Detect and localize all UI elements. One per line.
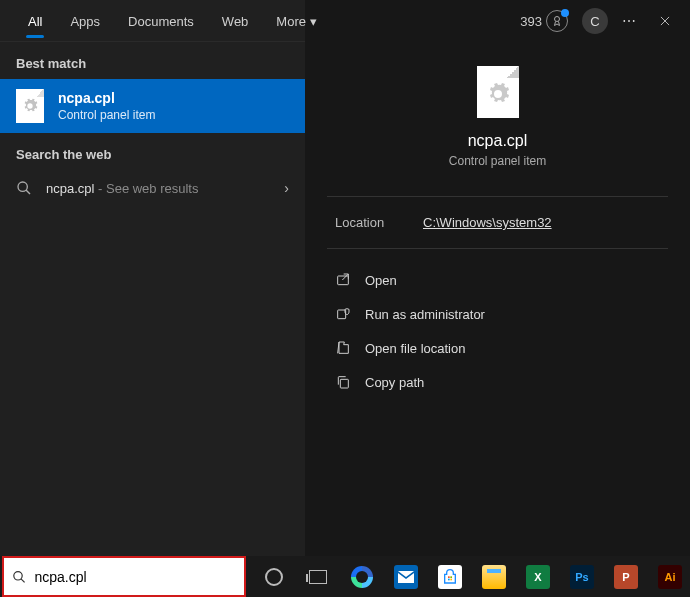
copy-icon [335, 374, 351, 390]
action-open-location[interactable]: Open file location [321, 331, 674, 365]
best-match-item[interactable]: ncpa.cpl Control panel item [0, 79, 305, 133]
svg-point-5 [555, 17, 560, 22]
illustrator-icon: Ai [658, 565, 682, 589]
svg-line-9 [21, 578, 25, 582]
tab-web[interactable]: Web [210, 4, 261, 37]
svg-rect-14 [450, 578, 452, 580]
cortana-button[interactable] [254, 556, 294, 597]
shield-icon [335, 306, 351, 322]
detail-header: ncpa.cpl Control panel item [305, 42, 690, 186]
app-excel[interactable]: X [518, 556, 558, 597]
detail-title: ncpa.cpl [468, 132, 528, 150]
taskbar-search-box[interactable] [2, 556, 246, 597]
close-icon [658, 14, 672, 28]
powerpoint-icon: P [614, 565, 638, 589]
task-view-icon [309, 570, 327, 584]
location-path[interactable]: C:\Windows\system32 [423, 215, 552, 230]
divider [327, 248, 668, 249]
filter-tabs: All Apps Documents Web More▾ [0, 0, 305, 42]
tab-all[interactable]: All [16, 4, 54, 37]
actions-list: Open Run as administrator Open file loca… [305, 259, 690, 403]
mail-icon [394, 565, 418, 589]
tab-apps[interactable]: Apps [58, 4, 112, 37]
tab-documents[interactable]: Documents [116, 4, 206, 37]
app-edge[interactable] [342, 556, 382, 597]
task-view-button[interactable] [298, 556, 338, 597]
chevron-down-icon: ▾ [310, 14, 317, 29]
svg-rect-12 [450, 576, 452, 578]
detail-pane: ncpa.cpl Control panel item Location C:\… [305, 0, 690, 556]
app-mail[interactable] [386, 556, 426, 597]
action-copy-path[interactable]: Copy path [321, 365, 674, 399]
search-icon [16, 180, 32, 196]
section-best-match: Best match [0, 42, 305, 79]
cpl-file-icon-large [477, 66, 519, 118]
svg-line-1 [26, 190, 30, 194]
taskbar-icons: X Ps P Ai [254, 556, 690, 597]
svg-rect-4 [340, 379, 348, 388]
divider [327, 196, 668, 197]
location-label: Location [335, 215, 423, 230]
app-powerpoint[interactable]: P [606, 556, 646, 597]
svg-rect-13 [448, 578, 450, 580]
rewards-counter[interactable]: 393 [520, 10, 568, 32]
detail-sub: Control panel item [449, 154, 546, 168]
open-icon [335, 272, 351, 288]
excel-icon: X [526, 565, 550, 589]
taskbar: X Ps P Ai [0, 556, 690, 597]
results-pane: All Apps Documents Web More▾ Best match … [0, 0, 305, 556]
action-open[interactable]: Open [321, 263, 674, 297]
action-run-admin[interactable]: Run as administrator [321, 297, 674, 331]
app-explorer[interactable] [474, 556, 514, 597]
notification-dot [561, 9, 569, 17]
web-result-item[interactable]: ncpa.cpl - See web results › [0, 170, 305, 206]
store-icon [438, 565, 462, 589]
best-match-title: ncpa.cpl [58, 90, 155, 106]
svg-rect-3 [338, 310, 346, 319]
edge-icon [351, 566, 373, 588]
tab-more[interactable]: More▾ [264, 4, 329, 37]
best-match-sub: Control panel item [58, 108, 155, 122]
app-illustrator[interactable]: Ai [650, 556, 690, 597]
photoshop-icon: Ps [570, 565, 594, 589]
app-photoshop[interactable]: Ps [562, 556, 602, 597]
location-row: Location C:\Windows\system32 [305, 207, 690, 238]
svg-rect-11 [448, 576, 450, 578]
cortana-icon [265, 568, 283, 586]
web-result-text: ncpa.cpl - See web results [46, 181, 198, 196]
user-avatar[interactable]: C [582, 8, 608, 34]
close-button[interactable] [650, 6, 680, 36]
search-input[interactable] [34, 569, 236, 585]
svg-rect-2 [338, 276, 349, 285]
cpl-file-icon [16, 89, 44, 123]
best-match-text: ncpa.cpl Control panel item [58, 90, 155, 122]
rewards-icon [546, 10, 568, 32]
svg-point-8 [14, 571, 22, 579]
top-right-controls: 393 C ⋯ [520, 0, 690, 42]
more-options-button[interactable]: ⋯ [614, 6, 644, 36]
folder-icon [482, 565, 506, 589]
start-search-panel: All Apps Documents Web More▾ Best match … [0, 0, 690, 556]
search-icon [12, 569, 26, 585]
folder-icon [335, 340, 351, 356]
section-search-web: Search the web [0, 133, 305, 170]
chevron-right-icon: › [284, 180, 289, 196]
svg-point-0 [18, 182, 27, 191]
app-store[interactable] [430, 556, 470, 597]
